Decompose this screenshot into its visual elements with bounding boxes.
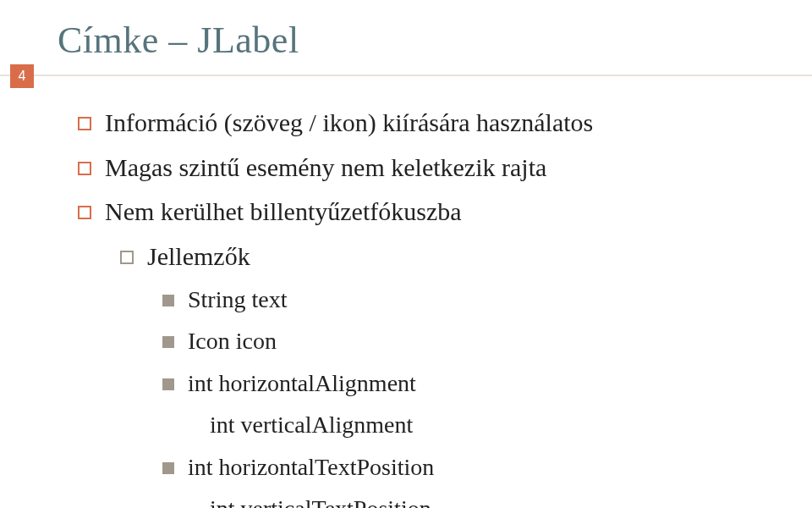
- slide-title: Címke – JLabel: [58, 19, 299, 62]
- bullet-text: int verticalTextPosition: [210, 490, 770, 508]
- bullet-item: Jellemzők: [120, 237, 770, 277]
- bullet-continuation: int verticalAlignment: [210, 406, 770, 443]
- square-bullet-icon: [78, 162, 91, 175]
- horizontal-rule: [0, 75, 812, 76]
- bullet-item: String text: [162, 281, 770, 318]
- bullet-text: String text: [188, 281, 770, 318]
- bullet-text: Magas szintű esemény nem keletkezik rajt…: [105, 148, 770, 188]
- square-open-bullet-icon: [120, 251, 134, 264]
- bullet-text: Icon icon: [188, 323, 770, 359]
- square-bullet-icon: [78, 117, 91, 130]
- bullet-item: Icon icon: [162, 323, 770, 359]
- content-area: Információ (szöveg / ikon) kiírására has…: [78, 103, 770, 508]
- square-filled-bullet-icon: [162, 462, 174, 474]
- bullet-item: int horizontalAlignment: [162, 365, 770, 401]
- title-row: Címke – JLabel: [0, 19, 812, 62]
- bullet-text: int verticalAlignment: [210, 406, 770, 443]
- bullet-text: Nem kerülhet billentyűzetfókuszba: [105, 192, 770, 232]
- square-bullet-icon: [78, 206, 91, 219]
- bullet-item: Információ (szöveg / ikon) kiírására has…: [78, 103, 770, 143]
- page-number-badge: 4: [10, 64, 34, 88]
- square-filled-bullet-icon: [162, 336, 174, 348]
- bullet-text: int horizontalTextPosition: [188, 449, 770, 485]
- bullet-item: Nem kerülhet billentyűzetfókuszba: [78, 192, 770, 232]
- bullet-continuation: int verticalTextPosition: [210, 490, 770, 508]
- bullet-text: Információ (szöveg / ikon) kiírására has…: [105, 103, 770, 143]
- bullet-text: int horizontalAlignment: [188, 365, 770, 401]
- bullet-item: int horizontalTextPosition: [162, 449, 770, 485]
- square-filled-bullet-icon: [162, 295, 174, 306]
- square-filled-bullet-icon: [162, 378, 174, 390]
- bullet-text: Jellemzők: [147, 237, 770, 277]
- slide: Címke – JLabel 4 Információ (szöveg / ik…: [0, 0, 812, 508]
- bullet-item: Magas szintű esemény nem keletkezik rajt…: [78, 148, 770, 188]
